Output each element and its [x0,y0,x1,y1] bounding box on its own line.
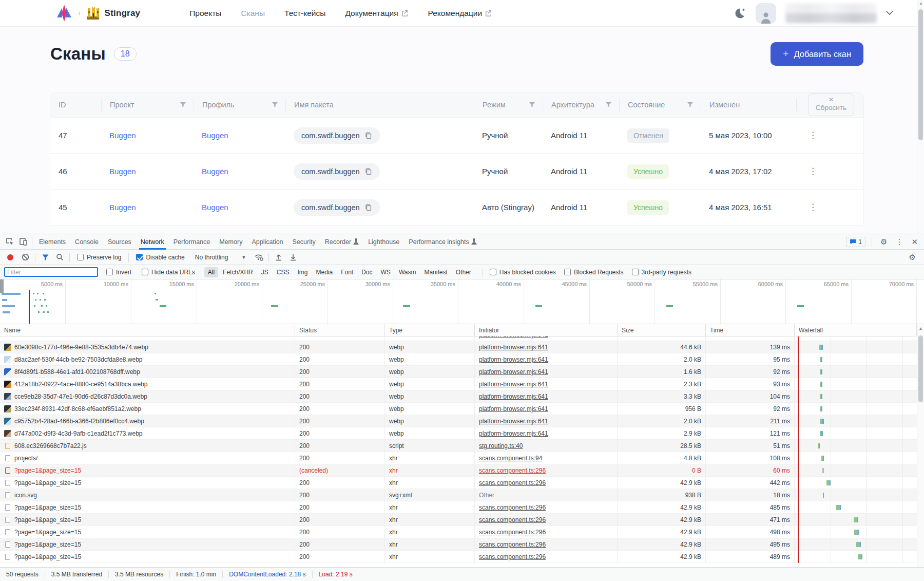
project-link[interactable]: Buggen [109,131,136,140]
avatar[interactable] [756,3,776,24]
type-chip-js[interactable]: JS [258,267,272,277]
initiator-link[interactable]: scans.component.ts:296 [479,479,546,486]
preserve-log-checkbox[interactable]: Preserve log [77,254,121,261]
network-request-row[interactable]: ?page=1&page_size=15200xhrscans.componen… [0,526,917,538]
network-scrollbar-thumb[interactable] [918,335,923,402]
network-overview-timeline[interactable]: 5000 ms10000 ms15000 ms20000 ms25000 ms3… [0,279,924,324]
type-chip-wasm[interactable]: Wasm [395,267,420,277]
network-request-row[interactable]: ?page=1&page_size=15200xhrscans.componen… [0,514,917,526]
network-request-row[interactable]: ?page=1&page_size=15200xhrscans.componen… [0,477,917,489]
initiator-link[interactable]: platform-browser.mjs:641 [479,393,548,400]
tab-memory[interactable]: Memory [215,234,247,250]
initiator-link[interactable]: platform-browser.mjs:641 [479,336,548,339]
profile-link[interactable]: Buggen [202,203,228,212]
tab-elements[interactable]: Elements [34,234,70,250]
copy-icon[interactable] [364,132,372,139]
table-row[interactable]: 47BuggenBuggencom.swdf.buggenРучнойAndro… [50,117,863,153]
initiator-link[interactable]: scans.component.ts:296 [479,541,546,548]
type-chip-css[interactable]: CSS [273,267,293,277]
net-column-status[interactable]: Status [295,324,385,336]
net-column-time[interactable]: Time [706,324,795,336]
nav-item-5[interactable]: Рекомендации [428,9,493,18]
network-row-clipped[interactable]: platform-browser.mjs:641 [0,336,917,341]
network-request-row[interactable]: ?page=1&page_size=15200xhrscans.componen… [0,501,917,514]
filter-checkbox-has-blocked-cookies[interactable]: Has blocked cookies [490,269,556,276]
network-settings-gear-icon[interactable]: ⚙ [907,253,921,262]
chevron-down-icon[interactable] [886,11,893,15]
profile-link[interactable]: Buggen [202,131,228,140]
record-network-log-button[interactable] [7,254,13,260]
scroll-up-arrow[interactable]: ▲ [917,1,924,6]
row-kebab-menu-icon[interactable]: ⋮ [804,200,821,214]
network-scrollbar[interactable]: ▲ [917,324,924,567]
devtools-menu-kebab-icon[interactable]: ⋮ [893,237,905,247]
device-toolbar-icon[interactable] [16,236,30,248]
initiator-link[interactable]: scans.component.ts:296 [479,529,546,536]
tab-security[interactable]: Security [288,234,320,250]
filter-checkbox-blocked-requests[interactable]: Blocked Requests [564,269,624,276]
network-request-row[interactable]: 8f4d89f1-b588-46e1-afd1-002108768dff.web… [0,366,917,378]
filter-funnel-icon[interactable] [687,102,694,108]
profile-link[interactable]: Buggen [202,167,228,176]
initiator-link[interactable]: platform-browser.mjs:641 [479,430,548,437]
devtools-settings-gear-icon[interactable]: ⚙ [878,237,889,247]
network-request-row[interactable]: d8ac2aef-530f-44cb-be92-7503dcfda8e8.web… [0,353,917,366]
initiator-link[interactable]: scans.component.ts:296 [479,504,546,511]
network-request-row[interactable]: 60e3098c-177d-496e-9e88-3535a3db4e74.web… [0,341,917,353]
type-chip-fetch-xhr[interactable]: Fetch/XHR [219,267,257,277]
tab-recorder[interactable]: Recorder [320,234,363,250]
initiator-link[interactable]: scans.component.ts:296 [479,516,546,523]
filter-funnel-icon[interactable] [38,251,52,264]
import-har-icon[interactable] [272,251,285,264]
dark-mode-toggle-icon[interactable] [733,7,746,20]
type-chip-ws[interactable]: WS [377,267,394,277]
type-chip-other[interactable]: Other [452,267,475,277]
throttling-select[interactable]: No throttling ▼ [195,254,246,261]
overview-scroll-handle[interactable] [0,279,4,293]
issues-counter[interactable]: 1 [846,237,865,247]
net-column-name[interactable]: Name [0,324,295,336]
initiator-link[interactable]: platform-browser.mjs:641 [479,381,548,388]
initiator-link[interactable]: platform-browser.mjs:641 [479,418,548,425]
search-icon[interactable] [53,251,66,264]
copy-icon[interactable] [364,203,372,211]
type-chip-all[interactable]: All [204,267,218,277]
checkbox-unchecked[interactable] [77,254,84,260]
type-chip-manifest[interactable]: Manifest [420,267,451,277]
hide-data-urls-checkbox[interactable]: Hide data URLs [142,269,195,276]
network-request-row[interactable]: c95752b4-28ad-466b-a366-f2b806ef0cc4.web… [0,415,917,427]
filter-funnel-icon[interactable] [180,102,186,108]
brand-block[interactable]: + Stingray [55,4,140,23]
project-link[interactable]: Buggen [109,167,136,176]
network-request-row[interactable]: cce9eb28-35d7-47e1-90d6-d26c87d3dc0a.web… [0,390,917,403]
network-conditions-icon[interactable] [252,251,265,264]
devtools-close-icon[interactable]: ✕ [909,237,920,247]
network-request-row[interactable]: ?page=1&page_size=15(canceled)xhrscans.c… [0,464,917,477]
type-chip-font[interactable]: Font [337,267,357,277]
tab-application[interactable]: Application [247,234,287,250]
page-scrollbar-thumb[interactable] [918,9,923,140]
row-kebab-menu-icon[interactable]: ⋮ [804,128,821,142]
row-kebab-menu-icon[interactable]: ⋮ [804,164,821,178]
checkbox-checked[interactable] [136,254,143,260]
network-request-row[interactable]: ?page=1&page_size=15200xhrscans.componen… [0,538,917,551]
initiator-link[interactable]: scans.component.ts:296 [479,553,546,560]
net-column-type[interactable]: Type [385,324,475,336]
net-column-size[interactable]: Size [618,324,706,336]
network-request-row[interactable]: 608.ec3269668c7b7a22.js200scriptstg.rout… [0,440,917,452]
reset-filters-button[interactable]: ✕Сбросить [808,93,854,116]
tab-lighthouse[interactable]: Lighthouse [363,234,404,250]
filter-funnel-icon[interactable] [529,102,535,108]
network-request-row[interactable]: projects/200xhrscans.component.ts:944.8 … [0,452,917,464]
filter-funnel-icon[interactable] [605,102,612,108]
network-scroll-up-arrow[interactable]: ▲ [917,326,924,331]
invert-checkbox[interactable]: Invert [106,269,131,276]
initiator-link[interactable]: platform-browser.mjs:641 [479,368,548,376]
network-request-row[interactable]: icon.svg200svg+xmlOther938 B18 ms [0,489,917,501]
network-request-row[interactable]: 412a18b2-0922-4ace-8880-ce9514a38bca.web… [0,378,917,390]
initiator-link[interactable]: platform-browser.mjs:641 [479,405,548,413]
initiator-link[interactable]: scans.component.ts:94 [479,455,542,462]
clear-network-log-icon[interactable] [18,251,32,264]
net-column-initiator[interactable]: Initiator [475,324,618,336]
filter-funnel-icon[interactable] [272,102,278,108]
